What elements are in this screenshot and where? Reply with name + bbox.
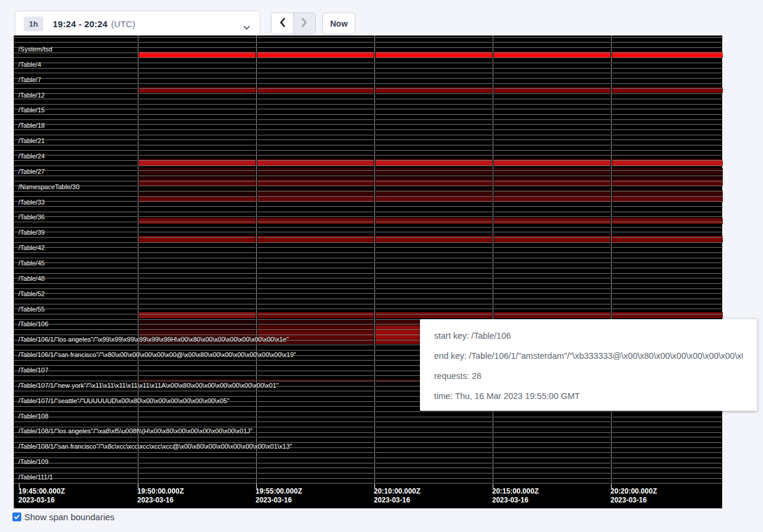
row-label: /Table/36 [18, 213, 45, 221]
time-gridline [493, 35, 493, 484]
span-boundary-line [14, 42, 723, 43]
span-boundary-line [14, 452, 723, 453]
span-boundary-line [14, 421, 723, 422]
span-boundary-line [14, 73, 723, 73]
span-boundary-line [14, 273, 723, 274]
row-label: /Table/7 [18, 76, 41, 84]
span-boundary-line [14, 78, 723, 79]
row-label: /NamespaceTable/30 [18, 183, 79, 191]
axis-tick-label: 20:10:00.000Z2023-03-16 [374, 487, 421, 505]
span-boundary-line [14, 109, 723, 109]
key-visualizer-canvas[interactable]: /System/tsd/Table/4/Table/7/Table/12/Tab… [14, 35, 722, 508]
row-label: /Table/111/1 [18, 473, 53, 481]
axis-time: 20:10:00.000Z [374, 487, 421, 496]
axis-tick-label: 20:15:00.000Z2023-03-16 [492, 487, 539, 505]
span-boundary-line [14, 437, 723, 437]
span-boundary-line [14, 99, 723, 99]
row-label: /Table/107/1/"new york"/"\x11\x11\x11\x1… [18, 381, 279, 390]
show-span-boundaries-checkbox[interactable] [12, 512, 21, 521]
span-boundary-line [14, 176, 723, 176]
axis-date: 2023-03-16 [374, 496, 421, 505]
span-boundary-line [14, 252, 723, 253]
span-boundary-line [14, 155, 723, 155]
span-boundary-line [14, 232, 723, 232]
key-visualizer-page: 1h 19:24 - 20:24 (UTC) Now /System/tsd/T… [0, 0, 763, 532]
row-label: /Table/107/1/"seattle"/"UUUUUUD\x00\x80\… [18, 397, 229, 405]
span-boundary-line [14, 150, 723, 151]
span-boundary-line [14, 468, 723, 468]
row-label: /Table/106/1/"san francisco"/"\x80\x00\x… [18, 351, 296, 359]
span-boundary-line [14, 206, 723, 207]
row-label: /Table/4 [18, 60, 41, 69]
row-label: /Table/48 [18, 274, 45, 283]
span-boundary-line [14, 83, 723, 84]
next-range-button[interactable] [294, 13, 316, 34]
axis-date: 2023-03-16 [492, 496, 539, 505]
span-boundary-line [14, 186, 723, 186]
row-label: /Table/55 [18, 305, 45, 313]
row-label: /Table/21 [18, 137, 45, 145]
axis-date: 2023-03-16 [137, 496, 184, 505]
span-boundary-line [14, 304, 723, 304]
row-label: /System/tsd [18, 45, 52, 53]
span-boundary-line [14, 237, 723, 238]
row-label: /Table/18 [18, 121, 45, 129]
axis-date: 2023-03-16 [256, 496, 302, 505]
span-boundary-line [14, 37, 723, 38]
axis-tick-label: 20:20:00.000Z2023-03-16 [610, 487, 657, 505]
time-gridline [374, 35, 375, 484]
time-range-selector[interactable]: 1h 19:24 - 20:24 (UTC) [15, 11, 260, 37]
span-boundary-line [14, 309, 723, 309]
heat-band [138, 174, 723, 180]
time-gridline [611, 35, 612, 484]
axis-tick-label: 19:55:00.000Z2023-03-16 [256, 487, 302, 505]
span-boundary-line [14, 181, 723, 181]
span-boundary-line [14, 129, 723, 130]
span-boundary-line [14, 47, 723, 48]
row-label: /Table/39 [18, 228, 45, 236]
prev-range-button[interactable] [271, 13, 293, 34]
span-boundary-line [14, 57, 723, 58]
row-label: /Table/12 [18, 91, 45, 99]
now-button[interactable]: Now [322, 12, 355, 34]
row-label: /Table/27 [18, 167, 45, 176]
chevron-right-icon [301, 17, 308, 30]
span-boundary-line [14, 88, 723, 89]
axis-date: 2023-03-16 [610, 496, 657, 505]
span-boundary-line [14, 417, 723, 417]
span-boundary-line [14, 145, 723, 145]
span-boundary-line [14, 283, 723, 284]
span-boundary-line [14, 463, 723, 463]
span-boundary-line [14, 104, 723, 105]
span-boundary-line [14, 114, 723, 115]
axis-time: 19:45:00.000Z [18, 487, 65, 496]
heat-band [256, 320, 374, 326]
row-label: /Table/108 [18, 412, 49, 420]
span-boundary-line [14, 247, 723, 248]
span-boundary-line [14, 227, 723, 228]
chevron-left-icon [279, 17, 286, 30]
span-boundary-line [14, 170, 723, 171]
span-boundary-line [14, 458, 723, 458]
span-boundary-line [14, 222, 723, 222]
show-span-boundaries-row: Show span boundaries [12, 512, 115, 522]
span-boundary-line [14, 216, 723, 217]
heat-band [138, 326, 256, 332]
time-nav-buttons [271, 12, 316, 34]
row-label: /Table/42 [18, 244, 45, 252]
time-range-text: 19:24 - 20:24 [53, 19, 108, 29]
heat-band [256, 312, 723, 318]
span-boundary-line [14, 119, 723, 120]
checkbox-label: Show span boundaries [24, 512, 115, 522]
span-boundary-line [14, 288, 723, 289]
time-gridline [138, 35, 138, 484]
tooltip-requests: requests: 28 [434, 366, 743, 386]
span-boundary-line [14, 299, 723, 299]
row-label: /Table/108/1/"los angeles"/"\xa8\xf5\u00… [18, 427, 253, 435]
heat-band [138, 320, 256, 326]
span-boundary-line [14, 262, 723, 263]
span-boundary-line [14, 63, 723, 63]
span-boundary-line [14, 212, 723, 212]
span-tooltip: start key: /Table/106 end key: /Table/10… [420, 319, 757, 411]
span-boundary-line [14, 53, 723, 53]
